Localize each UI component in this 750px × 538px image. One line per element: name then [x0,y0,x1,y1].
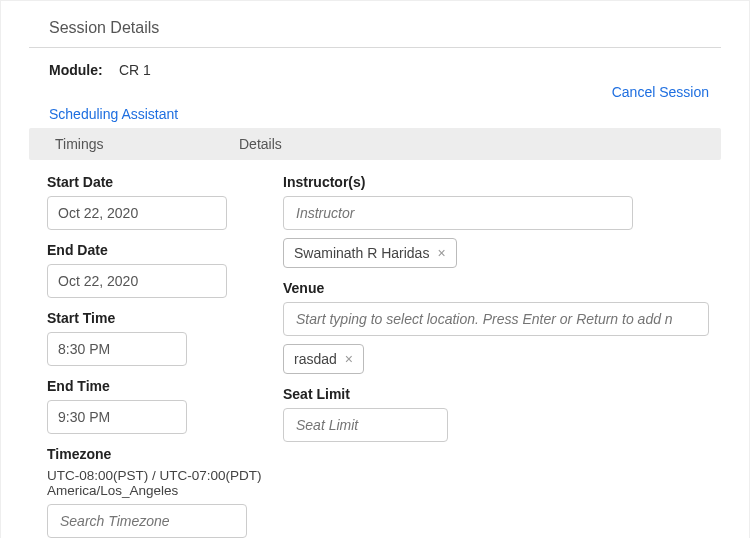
end-time-input[interactable]: 9:30 PM [47,400,187,434]
timezone-search-input[interactable] [47,504,247,538]
tab-timings[interactable]: Timings [29,128,229,160]
timezone-label: Timezone [47,446,267,462]
start-date-value: Oct 22, 2020 [58,205,138,221]
start-date-label: Start Date [47,174,267,190]
start-time-value: 8:30 PM [58,341,110,357]
end-date-input[interactable]: Oct 22, 2020 [47,264,227,298]
start-time-label: Start Time [47,310,267,326]
seat-limit-field[interactable] [294,416,437,434]
venue-chip[interactable]: rasdad × [283,344,364,374]
venue-chip-label: rasdad [294,351,337,367]
end-date-value: Oct 22, 2020 [58,273,138,289]
cancel-session-link[interactable]: Cancel Session [29,78,721,106]
module-value: CR 1 [119,62,151,78]
instructor-chip[interactable]: Swaminath R Haridas × [283,238,457,268]
instructors-field[interactable] [294,204,622,222]
remove-instructor-icon[interactable]: × [437,245,445,261]
instructors-input[interactable] [283,196,633,230]
tab-bar: Timings Details [29,128,721,160]
timezone-value: UTC-08:00(PST) / UTC-07:00(PDT) America/… [47,468,267,498]
tab-details[interactable]: Details [229,128,721,160]
scheduling-assistant-link[interactable]: Scheduling Assistant [29,106,721,128]
form-area: Start Date Oct 22, 2020 End Date Oct 22,… [29,160,721,538]
start-date-input[interactable]: Oct 22, 2020 [47,196,227,230]
start-time-input[interactable]: 8:30 PM [47,332,187,366]
venue-input[interactable] [283,302,709,336]
module-row: Module: CR 1 [29,48,721,78]
module-label: Module: [49,62,119,78]
venue-field[interactable] [294,310,698,328]
timings-column: Start Date Oct 22, 2020 End Date Oct 22,… [47,174,267,538]
venue-label: Venue [283,280,709,296]
session-details-panel: Session Details Module: CR 1 Cancel Sess… [0,0,750,538]
instructors-label: Instructor(s) [283,174,709,190]
details-column: Instructor(s) Swaminath R Haridas × Venu… [283,174,709,538]
seat-limit-input[interactable] [283,408,448,442]
seat-limit-label: Seat Limit [283,386,709,402]
page-title: Session Details [29,15,721,48]
instructor-chip-label: Swaminath R Haridas [294,245,429,261]
remove-venue-icon[interactable]: × [345,351,353,367]
timezone-search-field[interactable] [58,512,236,530]
end-time-label: End Time [47,378,267,394]
end-time-value: 9:30 PM [58,409,110,425]
end-date-label: End Date [47,242,267,258]
